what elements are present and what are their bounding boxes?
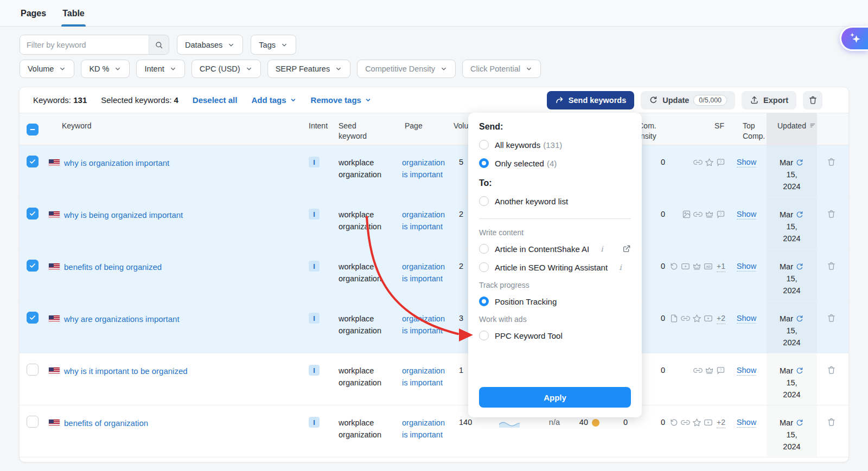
delete-row-button[interactable] (827, 261, 849, 270)
filter-chip-serp-features[interactable]: SERP Features (267, 60, 350, 78)
header-seed-keyword[interactable]: Seed keyword (334, 113, 402, 145)
databases-dropdown[interactable]: Databases (177, 35, 243, 55)
header-keyword[interactable]: Keyword (46, 113, 304, 145)
keyword-link[interactable]: why is organization important (64, 158, 169, 169)
chevron-down-icon (525, 65, 533, 73)
radio-contentshake[interactable] (479, 244, 489, 254)
updated-date: Mar15,2024 (767, 249, 817, 301)
radio-all-keywords[interactable] (479, 140, 489, 150)
delete-row-button[interactable] (827, 313, 849, 322)
comment-icon: ? (716, 158, 725, 167)
page-link[interactable]: organization is important (402, 314, 445, 335)
filter-chip-click-potential[interactable]: Click Potential (462, 60, 541, 78)
show-top-competitors-link[interactable]: Show (737, 418, 756, 428)
external-link-icon[interactable] (622, 244, 631, 253)
sf-more-link[interactable]: +1 (717, 262, 725, 272)
page-link[interactable]: organization is important (402, 158, 445, 179)
keyword-link[interactable]: benefits of being organized (64, 262, 162, 273)
tab-table[interactable]: Table (61, 9, 86, 26)
send-keywords-button[interactable]: Send keywords (547, 91, 634, 109)
row-checkbox[interactable] (27, 208, 39, 220)
ai-assistant-button[interactable] (840, 26, 868, 51)
filter-chip-label: SERP Features (276, 64, 330, 73)
option-only-selected[interactable]: Only selected(4) (479, 158, 631, 168)
chevron-down-icon (59, 65, 66, 73)
refresh-icon[interactable] (795, 366, 804, 375)
page-link[interactable]: organization is important (402, 418, 445, 439)
sf-more-link[interactable]: +2 (717, 314, 725, 324)
delete-row-button[interactable] (827, 157, 849, 166)
sf-more-link[interactable]: +2 (717, 418, 725, 428)
option-ppc-keyword-tool[interactable]: PPC Keyword Tool (479, 331, 631, 340)
keyword-filter-input[interactable] (20, 35, 149, 54)
info-icon[interactable]: i (601, 244, 603, 253)
header-top-comp[interactable]: Top Comp. (726, 113, 767, 145)
filter-chip-intent[interactable]: Intent (136, 60, 184, 78)
option-position-tracking[interactable]: Position Tracking (479, 296, 631, 306)
option-all-keywords[interactable]: All keywords(131) (479, 140, 631, 150)
radio-seo-writing-assistant[interactable] (479, 262, 489, 272)
header-updated[interactable]: Updated (767, 113, 817, 145)
chevron-down-icon (114, 65, 122, 73)
filter-chip-competitive-density[interactable]: Competitive Density (357, 60, 456, 78)
keyword-link[interactable]: why are organizations important (64, 314, 180, 325)
keyword-link[interactable]: why is being organized important (64, 210, 183, 221)
deselect-all-link[interactable]: Deselect all (193, 95, 238, 105)
row-checkbox[interactable] (27, 312, 39, 324)
keyword-link[interactable]: benefits of organization (64, 418, 148, 429)
keyword-link[interactable]: why is it important to be organized (64, 366, 188, 377)
intent-badge: I (309, 313, 320, 324)
select-all-checkbox[interactable] (27, 124, 39, 136)
show-top-competitors-link[interactable]: Show (737, 262, 756, 272)
row-checkbox[interactable] (27, 364, 39, 376)
delete-row-button[interactable] (827, 209, 849, 218)
track-progress-section-label: Track progress (479, 281, 631, 289)
seed-keyword: workplace organization (334, 145, 402, 197)
refresh-icon[interactable] (795, 262, 804, 271)
table-toolbar: Keywords: 131 Selected keywords: 4 Desel… (20, 87, 848, 113)
page-link[interactable]: organization is important (402, 366, 445, 387)
add-tags-dropdown[interactable]: Add tags (251, 95, 296, 105)
row-checkbox[interactable] (27, 260, 39, 272)
radio-only-selected[interactable] (479, 158, 489, 168)
delete-row-button[interactable] (827, 365, 849, 375)
refresh-icon[interactable] (795, 158, 804, 167)
page-link[interactable]: organization is important (402, 210, 445, 231)
radio-ppc-keyword-tool[interactable] (479, 331, 489, 340)
filter-row-primary: Databases Tags (20, 35, 296, 55)
sort-icon (809, 121, 817, 130)
filter-chip-cpc-usd[interactable]: CPC (USD) (192, 60, 261, 78)
option-another-keyword-list[interactable]: Another keyword list (479, 196, 631, 206)
page-link[interactable]: organization is important (402, 262, 445, 283)
export-button[interactable]: Export (742, 91, 796, 109)
row-checkbox[interactable] (27, 416, 39, 428)
option-contentshake[interactable]: Article in ContentShake AI i (479, 244, 631, 254)
tags-dropdown[interactable]: Tags (251, 35, 296, 55)
row-checkbox[interactable] (27, 156, 39, 167)
header-page[interactable]: Page (402, 113, 452, 145)
search-icon[interactable] (149, 35, 169, 54)
refresh-icon[interactable] (795, 210, 804, 219)
show-top-competitors-link[interactable]: Show (737, 210, 756, 220)
update-quota-badge: 0/5,000 (693, 95, 727, 106)
info-icon[interactable]: i (619, 263, 621, 272)
video-icon (704, 314, 713, 323)
remove-tags-dropdown[interactable]: Remove tags (311, 95, 372, 105)
tab-pages[interactable]: Pages (20, 9, 47, 26)
option-seo-writing-assistant[interactable]: Article in SEO Writing Assistant i (479, 262, 631, 272)
delete-list-button[interactable] (803, 91, 822, 109)
refresh-icon[interactable] (795, 314, 804, 323)
show-top-competitors-link[interactable]: Show (737, 314, 756, 324)
update-button[interactable]: Update 0/5,000 (641, 91, 735, 109)
radio-position-tracking[interactable] (479, 296, 489, 306)
apply-button[interactable]: Apply (479, 387, 631, 408)
radio-another-keyword-list[interactable] (479, 196, 489, 206)
show-top-competitors-link[interactable]: Show (737, 158, 756, 167)
show-top-competitors-link[interactable]: Show (737, 366, 756, 376)
header-sf[interactable]: SF (671, 113, 726, 145)
filter-chip-volume[interactable]: Volume (20, 60, 74, 78)
delete-row-button[interactable] (827, 417, 849, 427)
header-intent[interactable]: Intent (304, 113, 334, 145)
filter-chip-kd[interactable]: KD % (81, 60, 130, 78)
refresh-icon[interactable] (795, 418, 804, 427)
